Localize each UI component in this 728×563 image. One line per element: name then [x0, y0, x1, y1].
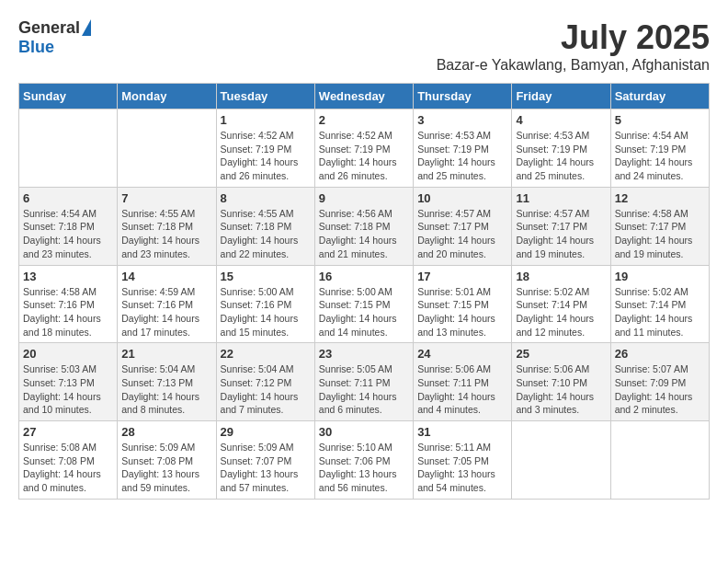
calendar-cell: 2Sunrise: 4:52 AM Sunset: 7:19 PM Daylig… [314, 109, 413, 188]
calendar-cell: 9Sunrise: 4:56 AM Sunset: 7:18 PM Daylig… [314, 187, 413, 265]
logo-blue-text: Blue [18, 38, 54, 57]
calendar-cell: 26Sunrise: 5:07 AM Sunset: 7:09 PM Dayli… [610, 343, 709, 421]
calendar-cell: 10Sunrise: 4:57 AM Sunset: 7:17 PM Dayli… [414, 187, 512, 265]
calendar-cell: 18Sunrise: 5:02 AM Sunset: 7:14 PM Dayli… [512, 265, 610, 343]
day-info: Sunrise: 4:53 AM Sunset: 7:19 PM Dayligh… [516, 129, 606, 183]
day-info: Sunrise: 5:09 AM Sunset: 7:08 PM Dayligh… [121, 441, 211, 495]
calendar-week-row: 27Sunrise: 5:08 AM Sunset: 7:08 PM Dayli… [19, 421, 710, 500]
day-number: 4 [516, 113, 606, 127]
day-number: 14 [121, 270, 211, 283]
calendar-cell: 28Sunrise: 5:09 AM Sunset: 7:08 PM Dayli… [118, 421, 216, 500]
day-number: 16 [319, 270, 409, 283]
calendar-cell: 17Sunrise: 5:01 AM Sunset: 7:15 PM Dayli… [414, 265, 512, 343]
day-number: 19 [615, 270, 705, 283]
day-number: 20 [23, 347, 113, 361]
day-number: 5 [615, 113, 705, 127]
day-info: Sunrise: 5:04 AM Sunset: 7:12 PM Dayligh… [221, 362, 311, 417]
calendar-cell: 27Sunrise: 5:08 AM Sunset: 7:08 PM Dayli… [19, 421, 118, 500]
day-info: Sunrise: 5:07 AM Sunset: 7:09 PM Dayligh… [615, 362, 705, 417]
calendar-cell: 6Sunrise: 4:54 AM Sunset: 7:18 PM Daylig… [19, 187, 118, 265]
calendar-cell: 20Sunrise: 5:03 AM Sunset: 7:13 PM Dayli… [19, 343, 118, 421]
day-info: Sunrise: 5:08 AM Sunset: 7:08 PM Dayligh… [23, 441, 113, 495]
calendar-cell: 19Sunrise: 5:02 AM Sunset: 7:14 PM Dayli… [610, 265, 709, 343]
calendar-cell: 4Sunrise: 4:53 AM Sunset: 7:19 PM Daylig… [512, 109, 610, 188]
calendar-cell: 1Sunrise: 4:52 AM Sunset: 7:19 PM Daylig… [216, 109, 314, 188]
weekday-header-monday: Monday [118, 84, 216, 109]
day-info: Sunrise: 4:59 AM Sunset: 7:16 PM Dayligh… [121, 285, 211, 339]
page-header: General Blue July 2025 Bazar-e Yakawlang… [18, 18, 710, 74]
logo: General Blue [18, 18, 91, 57]
weekday-header-thursday: Thursday [414, 84, 512, 109]
day-number: 10 [417, 191, 507, 205]
day-info: Sunrise: 4:58 AM Sunset: 7:17 PM Dayligh… [615, 207, 705, 261]
day-info: Sunrise: 5:02 AM Sunset: 7:14 PM Dayligh… [516, 285, 606, 339]
day-number: 15 [221, 270, 311, 283]
day-number: 7 [121, 191, 211, 205]
calendar-cell: 5Sunrise: 4:54 AM Sunset: 7:19 PM Daylig… [610, 109, 709, 188]
day-number: 25 [516, 347, 606, 361]
day-info: Sunrise: 5:05 AM Sunset: 7:11 PM Dayligh… [319, 362, 409, 417]
day-number: 9 [319, 191, 409, 205]
day-info: Sunrise: 5:00 AM Sunset: 7:15 PM Dayligh… [319, 285, 409, 339]
day-info: Sunrise: 4:54 AM Sunset: 7:18 PM Dayligh… [23, 207, 113, 261]
day-number: 18 [516, 270, 606, 283]
title-area: July 2025 Bazar-e Yakawlang, Bamyan, Afg… [437, 18, 710, 74]
calendar-table: SundayMondayTuesdayWednesdayThursdayFrid… [18, 83, 710, 500]
day-info: Sunrise: 5:10 AM Sunset: 7:06 PM Dayligh… [319, 441, 409, 495]
calendar-cell: 12Sunrise: 4:58 AM Sunset: 7:17 PM Dayli… [610, 187, 709, 265]
day-info: Sunrise: 5:11 AM Sunset: 7:05 PM Dayligh… [417, 441, 507, 495]
weekday-header-saturday: Saturday [610, 84, 709, 109]
day-number: 22 [221, 347, 311, 361]
weekday-header-wednesday: Wednesday [314, 84, 413, 109]
calendar-cell: 23Sunrise: 5:05 AM Sunset: 7:11 PM Dayli… [314, 343, 413, 421]
day-number: 24 [417, 347, 507, 361]
calendar-cell [610, 421, 709, 500]
day-number: 21 [121, 347, 211, 361]
calendar-cell: 15Sunrise: 5:00 AM Sunset: 7:16 PM Dayli… [216, 265, 314, 343]
day-number: 27 [23, 425, 113, 439]
day-number: 1 [221, 113, 311, 127]
calendar-cell [19, 109, 118, 188]
day-number: 6 [23, 191, 113, 205]
calendar-cell: 7Sunrise: 4:55 AM Sunset: 7:18 PM Daylig… [118, 187, 216, 265]
day-info: Sunrise: 4:52 AM Sunset: 7:19 PM Dayligh… [319, 129, 409, 183]
calendar-cell: 14Sunrise: 4:59 AM Sunset: 7:16 PM Dayli… [118, 265, 216, 343]
day-number: 3 [417, 113, 507, 127]
day-info: Sunrise: 5:04 AM Sunset: 7:13 PM Dayligh… [121, 362, 211, 417]
calendar-cell: 22Sunrise: 5:04 AM Sunset: 7:12 PM Dayli… [216, 343, 314, 421]
day-number: 29 [221, 425, 311, 439]
calendar-cell: 16Sunrise: 5:00 AM Sunset: 7:15 PM Dayli… [314, 265, 413, 343]
calendar-cell: 31Sunrise: 5:11 AM Sunset: 7:05 PM Dayli… [414, 421, 512, 500]
calendar-cell: 24Sunrise: 5:06 AM Sunset: 7:11 PM Dayli… [414, 343, 512, 421]
calendar-week-row: 6Sunrise: 4:54 AM Sunset: 7:18 PM Daylig… [19, 187, 710, 265]
day-info: Sunrise: 4:52 AM Sunset: 7:19 PM Dayligh… [221, 129, 311, 183]
day-info: Sunrise: 5:02 AM Sunset: 7:14 PM Dayligh… [615, 285, 705, 339]
calendar-cell: 13Sunrise: 4:58 AM Sunset: 7:16 PM Dayli… [19, 265, 118, 343]
calendar-cell: 30Sunrise: 5:10 AM Sunset: 7:06 PM Dayli… [314, 421, 413, 500]
calendar-cell: 8Sunrise: 4:55 AM Sunset: 7:18 PM Daylig… [216, 187, 314, 265]
day-number: 13 [23, 270, 113, 283]
day-number: 30 [319, 425, 409, 439]
day-info: Sunrise: 4:58 AM Sunset: 7:16 PM Dayligh… [23, 285, 113, 339]
day-info: Sunrise: 4:57 AM Sunset: 7:17 PM Dayligh… [417, 207, 507, 261]
calendar-cell: 11Sunrise: 4:57 AM Sunset: 7:17 PM Dayli… [512, 187, 610, 265]
day-info: Sunrise: 5:00 AM Sunset: 7:16 PM Dayligh… [221, 285, 311, 339]
calendar-cell: 3Sunrise: 4:53 AM Sunset: 7:19 PM Daylig… [414, 109, 512, 188]
calendar-cell [512, 421, 610, 500]
month-title: July 2025 [437, 18, 710, 57]
day-number: 11 [516, 191, 606, 205]
calendar-week-row: 20Sunrise: 5:03 AM Sunset: 7:13 PM Dayli… [19, 343, 710, 421]
logo-triangle-icon [82, 19, 91, 36]
weekday-header-friday: Friday [512, 84, 610, 109]
day-info: Sunrise: 5:06 AM Sunset: 7:11 PM Dayligh… [417, 362, 507, 417]
logo-general-text: General [18, 18, 80, 38]
day-number: 31 [417, 425, 507, 439]
day-info: Sunrise: 4:55 AM Sunset: 7:18 PM Dayligh… [121, 207, 211, 261]
calendar-cell [118, 109, 216, 188]
day-number: 17 [417, 270, 507, 283]
location-title: Bazar-e Yakawlang, Bamyan, Afghanistan [437, 57, 710, 74]
weekday-header-sunday: Sunday [19, 84, 118, 109]
day-info: Sunrise: 5:06 AM Sunset: 7:10 PM Dayligh… [516, 362, 606, 417]
weekday-header-row: SundayMondayTuesdayWednesdayThursdayFrid… [19, 84, 710, 109]
day-number: 23 [319, 347, 409, 361]
